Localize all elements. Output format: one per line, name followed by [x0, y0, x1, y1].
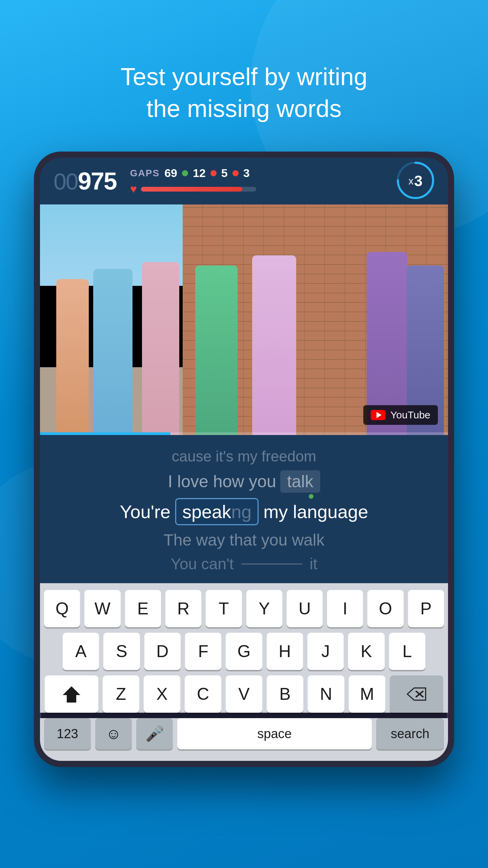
- lyric-line-2: I love how you talk: [168, 470, 320, 493]
- mic-icon: 🎤: [145, 725, 164, 743]
- key-v[interactable]: V: [226, 675, 262, 713]
- remaining-text: ng: [231, 501, 251, 522]
- key-t[interactable]: T: [206, 590, 242, 627]
- stats-bar: 00 975 GAPS 69 12 5 3 ♥: [40, 158, 448, 204]
- lyric-line2-blank: talk: [280, 470, 320, 493]
- gap3-dot: [232, 170, 239, 176]
- gaps-label: GAPS: [130, 168, 160, 179]
- headline: Test yourself by writing the missing wor…: [121, 61, 367, 124]
- key-p[interactable]: P: [408, 590, 444, 627]
- keyboard-row-3: Z X C V B N M: [44, 675, 444, 713]
- key-q[interactable]: Q: [44, 590, 80, 627]
- key-o[interactable]: O: [367, 590, 403, 627]
- key-d[interactable]: D: [144, 633, 181, 670]
- key-u[interactable]: U: [287, 590, 323, 627]
- keyboard-row-1: Q W E R T Y U I O P: [44, 590, 444, 627]
- mic-key[interactable]: 🎤: [136, 718, 173, 749]
- key-j[interactable]: J: [307, 633, 344, 670]
- lyrics-area: cause it's my freedom I love how you tal…: [40, 435, 448, 583]
- gap1-dot: [182, 170, 188, 176]
- delete-icon: [407, 687, 426, 702]
- key-k[interactable]: K: [348, 633, 384, 670]
- key-n[interactable]: N: [308, 675, 344, 713]
- video-progress-fill: [40, 432, 170, 435]
- shift-key[interactable]: [45, 675, 98, 713]
- typed-text: speak: [182, 501, 231, 522]
- video-progress-bar[interactable]: [40, 432, 448, 435]
- person-2: [93, 269, 133, 435]
- lyric-line5-blank: [241, 564, 302, 565]
- space-key[interactable]: space: [177, 718, 372, 749]
- gap1-value: 69: [164, 166, 177, 180]
- key-r[interactable]: R: [165, 590, 201, 627]
- youtube-badge: YouTube: [363, 405, 438, 425]
- key-b[interactable]: B: [267, 675, 303, 713]
- video-area[interactable]: YouTube: [40, 204, 448, 435]
- health-bar-fill: [141, 187, 242, 192]
- num-key[interactable]: 123: [44, 718, 91, 749]
- multiplier-text: x 3: [408, 173, 422, 190]
- green-dot: [309, 494, 313, 499]
- gap2-value: 12: [193, 166, 206, 180]
- key-c[interactable]: C: [185, 675, 221, 713]
- lyric-input-box[interactable]: speak ng: [175, 498, 259, 525]
- key-e[interactable]: E: [125, 590, 161, 627]
- lyric-line-4: The way that you walk: [164, 531, 325, 549]
- keyboard: Q W E R T Y U I O P A S D F G H J K L: [40, 583, 448, 713]
- score-value: 975: [78, 167, 117, 195]
- key-a[interactable]: A: [63, 633, 99, 670]
- youtube-logo-icon: [371, 410, 386, 420]
- key-f[interactable]: F: [185, 633, 221, 670]
- headline-line1: Test yourself by writing: [121, 61, 367, 93]
- gaps-info: GAPS 69 12 5 3 ♥: [130, 166, 256, 196]
- delete-key[interactable]: [390, 675, 443, 713]
- person-5: [252, 255, 296, 435]
- keyboard-row-2: A S D F G H J K L: [44, 633, 444, 670]
- key-l[interactable]: L: [389, 633, 425, 670]
- lyric-line2-prefix: I love how you: [168, 472, 276, 491]
- person-3: [142, 262, 179, 435]
- key-i[interactable]: I: [327, 590, 363, 627]
- health-bar-bg: [141, 187, 256, 192]
- key-z[interactable]: Z: [103, 675, 139, 713]
- key-s[interactable]: S: [103, 633, 140, 670]
- gap2-dot: [210, 170, 217, 176]
- gap3-value: 5: [221, 166, 228, 180]
- search-key[interactable]: search: [376, 718, 444, 749]
- key-h[interactable]: H: [267, 633, 303, 670]
- lyric-line-1: cause it's my freedom: [172, 448, 317, 465]
- key-w[interactable]: W: [84, 590, 120, 627]
- emoji-key[interactable]: ☺: [95, 718, 132, 749]
- gap4-value: 3: [243, 166, 250, 180]
- emoji-icon: ☺: [106, 725, 121, 742]
- keyboard-bottom-row: 123 ☺ 🎤 space search: [40, 718, 448, 761]
- lyric-line-3-active: You're speak ng my language: [120, 498, 368, 525]
- timer-score: 00 975: [54, 167, 117, 195]
- person-1: [56, 279, 89, 435]
- lyric-line-5: You can't it: [170, 555, 317, 573]
- tablet-device: 00 975 GAPS 69 12 5 3 ♥: [34, 152, 454, 767]
- youtube-label: YouTube: [390, 409, 430, 421]
- shift-icon: [61, 685, 82, 704]
- multiplier-container: x 3: [395, 160, 436, 202]
- person-4: [195, 265, 238, 435]
- lyric-line3-suffix: my language: [263, 501, 368, 522]
- timer-value: 00: [54, 168, 78, 195]
- key-x[interactable]: X: [144, 675, 180, 713]
- health-bar-row: ♥: [130, 182, 256, 196]
- svg-marker-2: [63, 686, 80, 703]
- key-y[interactable]: Y: [246, 590, 282, 627]
- heart-icon: ♥: [130, 182, 137, 196]
- lyric-line3-prefix: You're: [120, 501, 170, 522]
- key-g[interactable]: G: [226, 633, 262, 670]
- key-m[interactable]: M: [349, 675, 385, 713]
- headline-line2: the missing words: [121, 93, 367, 125]
